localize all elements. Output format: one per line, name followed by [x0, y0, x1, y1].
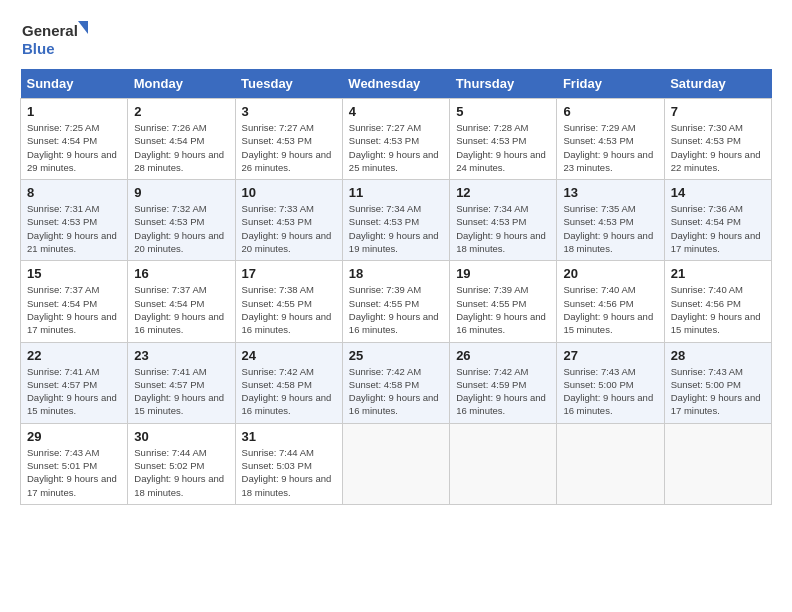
day-info: Sunrise: 7:41 AMSunset: 4:57 PMDaylight:… [134, 365, 228, 418]
day-number: 25 [349, 348, 443, 363]
day-info: Sunrise: 7:31 AMSunset: 4:53 PMDaylight:… [27, 202, 121, 255]
day-number: 23 [134, 348, 228, 363]
calendar-body: 1Sunrise: 7:25 AMSunset: 4:54 PMDaylight… [21, 99, 772, 505]
day-number: 22 [27, 348, 121, 363]
calendar-cell: 24Sunrise: 7:42 AMSunset: 4:58 PMDayligh… [235, 342, 342, 423]
calendar-cell: 25Sunrise: 7:42 AMSunset: 4:58 PMDayligh… [342, 342, 449, 423]
day-info: Sunrise: 7:42 AMSunset: 4:58 PMDaylight:… [349, 365, 443, 418]
day-info: Sunrise: 7:40 AMSunset: 4:56 PMDaylight:… [563, 283, 657, 336]
day-number: 19 [456, 266, 550, 281]
calendar-cell: 1Sunrise: 7:25 AMSunset: 4:54 PMDaylight… [21, 99, 128, 180]
calendar-cell: 11Sunrise: 7:34 AMSunset: 4:53 PMDayligh… [342, 180, 449, 261]
calendar-cell: 12Sunrise: 7:34 AMSunset: 4:53 PMDayligh… [450, 180, 557, 261]
day-info: Sunrise: 7:43 AMSunset: 5:00 PMDaylight:… [563, 365, 657, 418]
day-info: Sunrise: 7:41 AMSunset: 4:57 PMDaylight:… [27, 365, 121, 418]
calendar-week-row: 29Sunrise: 7:43 AMSunset: 5:01 PMDayligh… [21, 423, 772, 504]
calendar-cell: 9Sunrise: 7:32 AMSunset: 4:53 PMDaylight… [128, 180, 235, 261]
day-info: Sunrise: 7:27 AMSunset: 4:53 PMDaylight:… [349, 121, 443, 174]
day-number: 15 [27, 266, 121, 281]
calendar-cell: 23Sunrise: 7:41 AMSunset: 4:57 PMDayligh… [128, 342, 235, 423]
calendar-cell: 14Sunrise: 7:36 AMSunset: 4:54 PMDayligh… [664, 180, 771, 261]
day-info: Sunrise: 7:38 AMSunset: 4:55 PMDaylight:… [242, 283, 336, 336]
header-day-friday: Friday [557, 69, 664, 99]
calendar-cell: 28Sunrise: 7:43 AMSunset: 5:00 PMDayligh… [664, 342, 771, 423]
day-info: Sunrise: 7:34 AMSunset: 4:53 PMDaylight:… [349, 202, 443, 255]
day-info: Sunrise: 7:43 AMSunset: 5:01 PMDaylight:… [27, 446, 121, 499]
calendar-header-row: SundayMondayTuesdayWednesdayThursdayFrid… [21, 69, 772, 99]
calendar-cell: 21Sunrise: 7:40 AMSunset: 4:56 PMDayligh… [664, 261, 771, 342]
day-info: Sunrise: 7:39 AMSunset: 4:55 PMDaylight:… [456, 283, 550, 336]
calendar-cell: 19Sunrise: 7:39 AMSunset: 4:55 PMDayligh… [450, 261, 557, 342]
day-number: 26 [456, 348, 550, 363]
calendar-cell [450, 423, 557, 504]
day-info: Sunrise: 7:37 AMSunset: 4:54 PMDaylight:… [134, 283, 228, 336]
day-number: 16 [134, 266, 228, 281]
day-info: Sunrise: 7:32 AMSunset: 4:53 PMDaylight:… [134, 202, 228, 255]
day-number: 20 [563, 266, 657, 281]
calendar-cell: 22Sunrise: 7:41 AMSunset: 4:57 PMDayligh… [21, 342, 128, 423]
day-number: 6 [563, 104, 657, 119]
svg-text:General: General [22, 22, 78, 39]
calendar-cell: 15Sunrise: 7:37 AMSunset: 4:54 PMDayligh… [21, 261, 128, 342]
page-header: General Blue [20, 16, 772, 61]
calendar-cell [664, 423, 771, 504]
day-info: Sunrise: 7:26 AMSunset: 4:54 PMDaylight:… [134, 121, 228, 174]
day-number: 13 [563, 185, 657, 200]
calendar-cell: 5Sunrise: 7:28 AMSunset: 4:53 PMDaylight… [450, 99, 557, 180]
calendar-cell: 8Sunrise: 7:31 AMSunset: 4:53 PMDaylight… [21, 180, 128, 261]
day-number: 29 [27, 429, 121, 444]
calendar-cell: 20Sunrise: 7:40 AMSunset: 4:56 PMDayligh… [557, 261, 664, 342]
calendar-cell: 17Sunrise: 7:38 AMSunset: 4:55 PMDayligh… [235, 261, 342, 342]
calendar-cell [557, 423, 664, 504]
day-info: Sunrise: 7:37 AMSunset: 4:54 PMDaylight:… [27, 283, 121, 336]
day-info: Sunrise: 7:44 AMSunset: 5:03 PMDaylight:… [242, 446, 336, 499]
calendar-cell: 13Sunrise: 7:35 AMSunset: 4:53 PMDayligh… [557, 180, 664, 261]
day-info: Sunrise: 7:35 AMSunset: 4:53 PMDaylight:… [563, 202, 657, 255]
day-info: Sunrise: 7:43 AMSunset: 5:00 PMDaylight:… [671, 365, 765, 418]
day-number: 1 [27, 104, 121, 119]
day-number: 12 [456, 185, 550, 200]
calendar-week-row: 1Sunrise: 7:25 AMSunset: 4:54 PMDaylight… [21, 99, 772, 180]
day-info: Sunrise: 7:42 AMSunset: 4:58 PMDaylight:… [242, 365, 336, 418]
calendar-cell: 3Sunrise: 7:27 AMSunset: 4:53 PMDaylight… [235, 99, 342, 180]
calendar-week-row: 8Sunrise: 7:31 AMSunset: 4:53 PMDaylight… [21, 180, 772, 261]
day-number: 5 [456, 104, 550, 119]
calendar-cell: 16Sunrise: 7:37 AMSunset: 4:54 PMDayligh… [128, 261, 235, 342]
header-day-monday: Monday [128, 69, 235, 99]
day-number: 11 [349, 185, 443, 200]
day-number: 4 [349, 104, 443, 119]
logo-svg: General Blue [20, 16, 90, 61]
day-info: Sunrise: 7:40 AMSunset: 4:56 PMDaylight:… [671, 283, 765, 336]
svg-text:Blue: Blue [22, 40, 55, 57]
day-number: 31 [242, 429, 336, 444]
header-day-wednesday: Wednesday [342, 69, 449, 99]
calendar-cell: 29Sunrise: 7:43 AMSunset: 5:01 PMDayligh… [21, 423, 128, 504]
day-info: Sunrise: 7:28 AMSunset: 4:53 PMDaylight:… [456, 121, 550, 174]
day-number: 7 [671, 104, 765, 119]
day-number: 9 [134, 185, 228, 200]
day-number: 2 [134, 104, 228, 119]
calendar-cell: 2Sunrise: 7:26 AMSunset: 4:54 PMDaylight… [128, 99, 235, 180]
day-number: 18 [349, 266, 443, 281]
calendar-week-row: 15Sunrise: 7:37 AMSunset: 4:54 PMDayligh… [21, 261, 772, 342]
day-number: 28 [671, 348, 765, 363]
header-day-thursday: Thursday [450, 69, 557, 99]
day-info: Sunrise: 7:34 AMSunset: 4:53 PMDaylight:… [456, 202, 550, 255]
header-day-sunday: Sunday [21, 69, 128, 99]
day-info: Sunrise: 7:44 AMSunset: 5:02 PMDaylight:… [134, 446, 228, 499]
svg-marker-2 [78, 21, 88, 34]
day-number: 3 [242, 104, 336, 119]
calendar-cell [342, 423, 449, 504]
calendar-cell: 31Sunrise: 7:44 AMSunset: 5:03 PMDayligh… [235, 423, 342, 504]
calendar-cell: 26Sunrise: 7:42 AMSunset: 4:59 PMDayligh… [450, 342, 557, 423]
header-day-tuesday: Tuesday [235, 69, 342, 99]
day-info: Sunrise: 7:30 AMSunset: 4:53 PMDaylight:… [671, 121, 765, 174]
header-day-saturday: Saturday [664, 69, 771, 99]
calendar-cell: 18Sunrise: 7:39 AMSunset: 4:55 PMDayligh… [342, 261, 449, 342]
day-number: 8 [27, 185, 121, 200]
calendar-cell: 6Sunrise: 7:29 AMSunset: 4:53 PMDaylight… [557, 99, 664, 180]
calendar-table: SundayMondayTuesdayWednesdayThursdayFrid… [20, 69, 772, 505]
day-info: Sunrise: 7:29 AMSunset: 4:53 PMDaylight:… [563, 121, 657, 174]
day-number: 24 [242, 348, 336, 363]
calendar-cell: 10Sunrise: 7:33 AMSunset: 4:53 PMDayligh… [235, 180, 342, 261]
